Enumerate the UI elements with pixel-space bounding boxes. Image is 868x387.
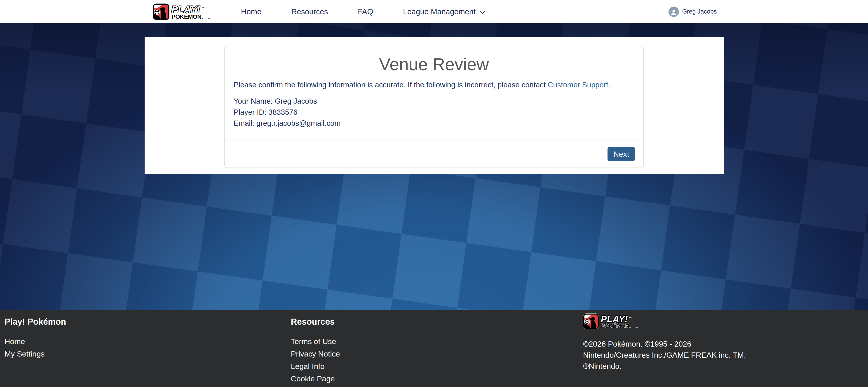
footer-resources-links: Terms of Use Privacy Notice Legal Info C… — [291, 336, 577, 387]
footer-link-my-settings[interactable]: My Settings — [4, 350, 45, 358]
footer-logo-play-text: PLAY! — [601, 314, 628, 324]
brand-logo-link[interactable]: PLAY! TM POKÉMON. TM — [153, 3, 223, 20]
user-menu[interactable]: Greg Jacobs — [669, 6, 717, 17]
top-nav-bar: PLAY! TM POKÉMON. TM Home Resources FAQ … — [0, 0, 868, 23]
venue-review-card: Venue Review Please confirm the followin… — [224, 46, 644, 168]
nav-item-resources[interactable]: Resources — [291, 7, 328, 16]
page-title: Venue Review — [234, 54, 634, 74]
footer-logo-pokemon-text: POKÉMON. — [601, 323, 630, 329]
nav-item-league-management[interactable]: League Management — [403, 7, 487, 16]
footer-legal-column: PLAY! TM POKÉMON. TM ©2026 Pokémon. ©199… — [577, 310, 864, 387]
footer-resources-heading: Resources — [291, 317, 577, 327]
footer-link-item: Privacy Notice — [291, 348, 577, 361]
footer-link-item: Terms of Use — [291, 336, 577, 348]
footer-play-pokemon-logo: PLAY! TM POKÉMON. TM — [583, 313, 650, 329]
footer-resources-column: Resources Terms of Use Privacy Notice Le… — [291, 310, 577, 387]
header-container: PLAY! TM POKÉMON. TM Home Resources FAQ … — [145, 0, 724, 23]
person-icon — [670, 9, 677, 16]
player-info-block: Your Name: Greg Jacobs Player ID: 383357… — [234, 96, 634, 129]
user-name: Greg Jacobs — [682, 8, 717, 15]
footer: Play! Pokémon Home My Settings Resources… — [0, 310, 868, 387]
footer-link-privacy-notice[interactable]: Privacy Notice — [291, 350, 340, 358]
play-pokemon-logo: PLAY! TM POKÉMON. TM — [153, 3, 223, 20]
nav-item-faq[interactable]: FAQ — [358, 7, 373, 16]
intro-text-after: . — [608, 80, 610, 89]
info-email-line: Email: greg.r.jacobs@gmail.com — [234, 118, 634, 129]
logo-pokemon-tm: TM — [208, 17, 210, 19]
footer-logo-pokemon-tm: TM — [635, 326, 638, 328]
footer-logo-icon — [584, 315, 597, 328]
info-name-line: Your Name: Greg Jacobs — [234, 96, 634, 106]
footer-brand-links: Home My Settings — [4, 336, 291, 361]
footer-brand-column: Play! Pokémon Home My Settings — [4, 310, 291, 387]
content-panel: Venue Review Please confirm the followin… — [145, 37, 724, 174]
footer-link-item: Legal Info — [291, 361, 577, 373]
next-button[interactable]: Next — [608, 147, 635, 161]
copyright-line-2: Nintendo/Creatures Inc./GAME FREAK inc. … — [583, 350, 864, 361]
footer-link-legal-info[interactable]: Legal Info — [291, 362, 324, 370]
footer-link-item: Cookie Page — [291, 373, 577, 386]
nav-item-home[interactable]: Home — [241, 7, 261, 16]
card-footer: Next — [224, 140, 644, 167]
footer-link-cookie-page[interactable]: Cookie Page — [291, 374, 335, 383]
copyright-line-1: ©2026 Pokémon. ©1995 - 2026 — [583, 338, 864, 350]
intro-text: Please confirm the following information… — [234, 80, 634, 89]
logo-icon — [153, 4, 168, 19]
avatar — [669, 6, 679, 17]
info-player-id-line: Player ID: 3833576 — [234, 106, 634, 118]
footer-link-item: My Settings — [4, 348, 291, 361]
footer-link-item: Contact Support — [291, 386, 577, 387]
checkered-background: Venue Review Please confirm the followin… — [0, 23, 868, 310]
main-nav: Home Resources FAQ League Management — [241, 7, 487, 16]
logo-pokemon-text: POKÉMON. — [171, 13, 203, 20]
footer-brand-heading: Play! Pokémon — [4, 317, 291, 327]
footer-link-item: Home — [4, 336, 291, 348]
footer-logo-play-tm: TM — [629, 316, 631, 318]
card-body: Venue Review Please confirm the followin… — [224, 46, 644, 140]
footer-link-home[interactable]: Home — [4, 337, 25, 346]
customer-support-link[interactable]: Customer Support — [548, 80, 608, 89]
copyright-line-3: ®Nintendo. — [583, 361, 864, 372]
footer-link-terms-of-use[interactable]: Terms of Use — [291, 337, 336, 346]
nav-item-league-management-label: League Management — [403, 7, 475, 16]
copyright-block: ©2026 Pokémon. ©1995 - 2026 Nintendo/Cre… — [583, 338, 864, 372]
chevron-down-icon — [479, 8, 487, 16]
intro-text-before: Please confirm the following information… — [234, 80, 548, 89]
logo-play-tm: TM — [201, 6, 204, 8]
